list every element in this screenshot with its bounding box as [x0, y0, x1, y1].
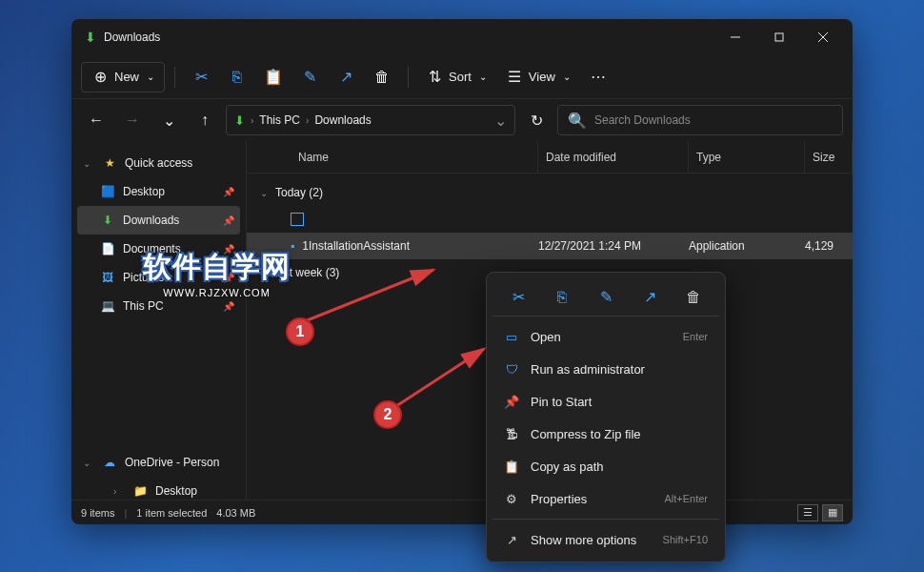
download-icon: ⬇: [100, 214, 115, 227]
search-input[interactable]: [594, 113, 833, 127]
context-action-row: ✂ ⎘ ✎ ↗ 🗑: [492, 278, 719, 317]
nav-row: ← → ⌄ ↑ ⬇ › This PC › Downloads ⌄ ↻ 🔍: [71, 99, 853, 141]
sidebar-item-pictures[interactable]: 🖼 Pictures 📌: [77, 263, 240, 292]
breadcrumb[interactable]: ⬇ › This PC › Downloads ⌄: [226, 105, 515, 135]
titlebar: ⬇ Downloads: [71, 19, 853, 55]
sidebar-item-desktop[interactable]: 🟦 Desktop 📌: [77, 177, 240, 206]
sidebar: ⌄ ★ Quick access 🟦 Desktop 📌 ⬇ Downloads…: [71, 141, 247, 500]
breadcrumb-item[interactable]: This PC: [259, 113, 300, 127]
back-button[interactable]: ←: [81, 105, 111, 135]
file-icon: [291, 213, 304, 226]
search-icon: 🔍: [568, 112, 587, 130]
properties-icon: ⚙: [504, 492, 519, 506]
zip-icon: 🗜: [504, 427, 519, 441]
ctx-copy-button[interactable]: ⎘: [546, 282, 578, 313]
delete-button[interactable]: 🗑: [366, 62, 398, 92]
copy-path-icon: 📋: [504, 460, 519, 474]
pin-icon: 📌: [223, 244, 234, 255]
group-today[interactable]: ⌄ Today (2): [247, 179, 853, 206]
copy-button[interactable]: ⎘: [221, 62, 253, 92]
ctx-more-options[interactable]: ↗ Show more options Shift+F10: [492, 523, 719, 556]
sort-icon: ⇅: [426, 69, 443, 86]
paste-button[interactable]: 📋: [257, 62, 290, 92]
plus-icon: ⊕: [91, 69, 109, 86]
paste-icon: 📋: [265, 69, 282, 86]
sidebar-item-downloads[interactable]: ⬇ Downloads 📌: [77, 206, 240, 235]
ctx-delete-button[interactable]: 🗑: [677, 282, 710, 313]
chevron-down-icon[interactable]: ⌄: [494, 112, 507, 130]
ctx-compress[interactable]: 🗜 Compress to Zip file: [492, 418, 719, 450]
documents-icon: 📄: [100, 242, 115, 255]
column-header-date[interactable]: Date modified: [538, 141, 689, 173]
maximize-button[interactable]: [757, 22, 801, 52]
svg-rect-1: [775, 33, 783, 41]
rename-icon: ✎: [301, 69, 318, 86]
forward-button[interactable]: →: [117, 105, 148, 135]
refresh-button[interactable]: ↻: [521, 105, 552, 135]
annotation-badge-1: 1: [286, 317, 314, 346]
pin-icon: 📌: [223, 273, 234, 283]
file-row[interactable]: ▪1InstallationAssistant 12/27/2021 1:24 …: [247, 233, 853, 259]
pc-icon: 💻: [100, 299, 115, 313]
column-headers: Name Date modified Type Size: [247, 141, 853, 174]
copy-icon: ⎘: [557, 289, 567, 306]
sidebar-onedrive[interactable]: ⌄ ☁ OneDrive - Person: [77, 448, 240, 477]
pictures-icon: 🖼: [100, 271, 115, 284]
ctx-rename-button[interactable]: ✎: [590, 282, 622, 313]
view-button[interactable]: ☰ View ⌄: [498, 62, 578, 92]
column-header-type[interactable]: Type: [689, 141, 805, 173]
pin-icon: 📌: [223, 215, 234, 226]
rename-icon: ✎: [600, 288, 613, 306]
sidebar-item-thispc[interactable]: 💻 This PC 📌: [77, 292, 240, 320]
ctx-run-admin[interactable]: 🛡 Run as administrator: [492, 353, 719, 385]
chevron-right-icon: ›: [113, 486, 125, 497]
minimize-button[interactable]: [713, 22, 757, 52]
status-size: 4.03 MB: [216, 507, 255, 519]
ctx-share-button[interactable]: ↗: [633, 282, 666, 313]
chevron-down-icon: ⌄: [83, 158, 94, 169]
annotation-badge-2: 2: [373, 400, 402, 429]
cut-button[interactable]: ✂: [185, 62, 217, 92]
ctx-open[interactable]: ▭ Open Enter: [492, 320, 719, 353]
star-icon: ★: [102, 156, 117, 170]
view-icon: ☰: [506, 69, 523, 86]
app-icon: ▪: [291, 239, 294, 253]
ctx-properties[interactable]: ⚙ Properties Alt+Enter: [492, 482, 719, 515]
more-button[interactable]: ⋯: [582, 62, 614, 92]
chevron-down-icon: ⌄: [147, 72, 154, 82]
status-item-count: 9 items: [81, 507, 114, 519]
share-icon: ↗: [337, 69, 354, 86]
downloads-folder-icon: ⬇: [234, 113, 245, 128]
pin-icon: 📌: [223, 301, 234, 312]
sidebar-item-documents[interactable]: 📄 Documents 📌: [77, 235, 240, 263]
cloud-icon: ☁: [102, 456, 117, 469]
ctx-pin-start[interactable]: 📌 Pin to Start: [492, 385, 719, 418]
close-button[interactable]: [801, 22, 845, 52]
pin-icon: 📌: [223, 187, 234, 197]
view-details-button[interactable]: ☰: [797, 504, 818, 521]
desktop-icon: 🟦: [100, 185, 115, 198]
column-header-name[interactable]: Name: [291, 141, 538, 173]
chevron-down-icon: ⌄: [83, 458, 94, 468]
statusbar: 9 items | 1 item selected 4.03 MB ☰ ▦: [71, 500, 853, 524]
search-box[interactable]: 🔍: [557, 105, 843, 135]
open-icon: ▭: [504, 330, 519, 344]
pin-icon: 📌: [504, 395, 519, 409]
more-icon: ↗: [504, 533, 519, 547]
up-button[interactable]: ↑: [190, 105, 220, 135]
column-header-size[interactable]: Size: [805, 141, 853, 173]
chevron-right-icon: ›: [260, 268, 263, 278]
context-menu: ✂ ⎘ ✎ ↗ 🗑 ▭ Open Enter 🛡 Run as administ…: [486, 272, 726, 562]
ctx-cut-button[interactable]: ✂: [502, 282, 534, 313]
share-button[interactable]: ↗: [330, 62, 362, 92]
sidebar-quick-access[interactable]: ⌄ ★ Quick access: [77, 149, 240, 177]
recent-button[interactable]: ⌄: [153, 105, 184, 135]
new-button[interactable]: ⊕ New ⌄: [81, 62, 165, 92]
sidebar-item-desktop-od[interactable]: › 📁 Desktop: [77, 477, 240, 500]
ctx-copy-path[interactable]: 📋 Copy as path: [492, 450, 719, 482]
sort-button[interactable]: ⇅ Sort ⌄: [418, 62, 494, 92]
copy-icon: ⎘: [229, 69, 246, 86]
rename-button[interactable]: ✎: [293, 62, 326, 92]
breadcrumb-item[interactable]: Downloads: [314, 113, 371, 127]
view-icons-button[interactable]: ▦: [822, 504, 843, 521]
